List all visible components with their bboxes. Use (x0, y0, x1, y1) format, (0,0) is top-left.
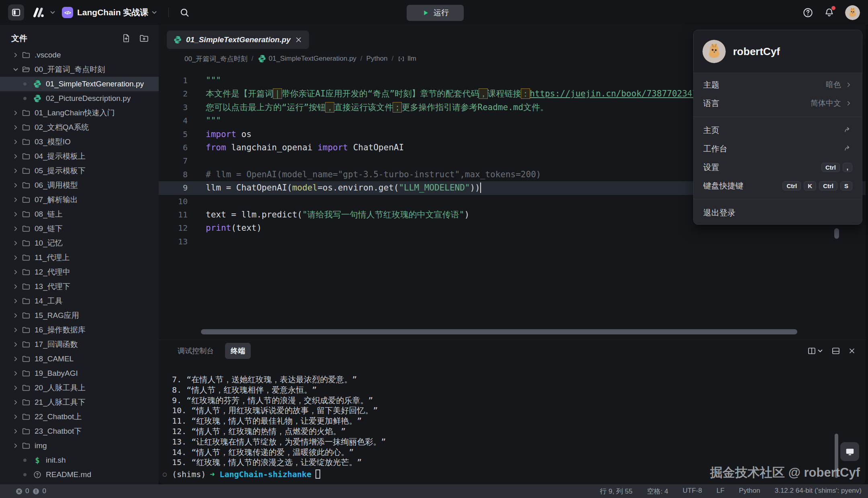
file-tree-item[interactable]: 05_提示模板下 (0, 164, 159, 178)
editor-horizontal-scrollbar[interactable] (201, 329, 797, 334)
close-panel-button[interactable] (848, 347, 856, 355)
terminal-output[interactable]: 7. “在情人节，送她红玫瑰，表达最浓烈的爱意。”8. “情人节，红玫瑰相伴，爱… (172, 375, 850, 480)
chevron-right-icon (12, 413, 19, 420)
terminal-line: 13. “让红玫瑰在情人节绽放，为爱情增添一抹绚丽色彩。” (172, 437, 850, 447)
file-tree-item[interactable]: 22_Chatbot上 (0, 410, 159, 424)
file-tree-item[interactable]: 04_提示模板上 (0, 149, 159, 164)
file-tree-item[interactable]: 23_Chatbot下 (0, 424, 159, 439)
folder-icon (22, 210, 31, 219)
file-tree-item[interactable]: 00_开篇词_奇点时刻 (0, 62, 159, 77)
file-tree-item[interactable]: 08_链上 (0, 207, 159, 221)
file-tree-item[interactable]: $init.sh (0, 453, 159, 467)
tab-debug-console[interactable]: 调试控制台 (172, 343, 219, 359)
status-cursor-position[interactable]: 行 9, 列 55 (600, 487, 633, 496)
file-tree-item[interactable]: 20_人脉工具上 (0, 381, 159, 395)
help-icon[interactable] (802, 7, 813, 18)
file-tree-item[interactable]: 13_代理下 (0, 279, 159, 294)
chevron-right-icon (12, 355, 19, 363)
file-tree-item[interactable]: 16_操作数据库 (0, 323, 159, 337)
folder-icon (22, 441, 31, 450)
marscode-logo-icon (30, 6, 47, 18)
file-tree-item[interactable]: 07_解析输出 (0, 193, 159, 207)
toggle-sidebar-button[interactable] (8, 4, 24, 20)
menu-item-label: 退出登录 (703, 207, 735, 218)
user-menu-username: robertCyf (733, 45, 780, 58)
file-tree-item[interactable]: 02_PictureDescription.py (0, 91, 159, 106)
menu-item-label: 设置 (703, 162, 719, 173)
breadcrumb-item[interactable]: Python (366, 55, 388, 63)
notifications-button[interactable] (824, 7, 835, 18)
file-tree-item[interactable]: 15_RAG应用 (0, 308, 159, 323)
split-terminal-button[interactable] (807, 346, 824, 356)
file-tree-item[interactable]: 12_代理中 (0, 265, 159, 279)
status-python-interpreter[interactable]: 3.12.2 64-bit ('shims': pyenv) (775, 487, 862, 496)
breadcrumb-item[interactable]: 01_SimpleTextGeneration.py (258, 54, 356, 63)
search-icon[interactable] (179, 7, 190, 18)
menu-item-label: 主题 (703, 80, 719, 90)
menu-item-language[interactable]: 语言简体中文 (694, 94, 862, 113)
project-switcher[interactable]: </> LangChain 实战课 (62, 7, 158, 18)
menu-item-label: 工作台 (703, 143, 727, 154)
problems-warnings[interactable]: 0 (32, 487, 46, 495)
file-tree-item[interactable]: 06_调用模型 (0, 178, 159, 193)
menu-item-label: 主页 (703, 125, 719, 136)
file-tree-label: 10_记忆 (35, 238, 63, 248)
breadcrumb-item[interactable]: 00_开篇词_奇点时刻 (184, 54, 248, 64)
status-indentation[interactable]: 空格: 4 (647, 487, 668, 496)
chevron-right-icon (12, 153, 19, 160)
menu-item-keyboard-shortcuts[interactable]: 键盘快捷键CtrlKCtrlS (694, 176, 862, 195)
app-logo[interactable] (30, 6, 56, 18)
breadcrumb-item[interactable]: llm (397, 55, 416, 63)
menu-item-workbench[interactable]: 工作台 (694, 139, 862, 158)
file-tree-item[interactable]: 19_BabyAGI (0, 366, 159, 381)
sidebar-panel-icon (11, 8, 21, 17)
split-terminal-icon (807, 346, 817, 356)
file-tree-item[interactable]: 01_SimpleTextGeneration.py (0, 77, 159, 91)
file-tree-item[interactable]: 21_人脉工具下 (0, 395, 159, 410)
menu-item-theme[interactable]: 主题暗色 (694, 76, 862, 94)
split-chevron-icon (817, 347, 824, 355)
file-tree-item[interactable]: 02_文档QA系统 (0, 120, 159, 135)
menu-item-logout[interactable]: 退出登录 (694, 203, 862, 222)
tab-terminal[interactable]: 终端 (225, 343, 251, 359)
editor-vertical-scrollbar[interactable] (834, 228, 839, 239)
file-tree-item[interactable]: 03_模型IO (0, 135, 159, 149)
python-file-icon (173, 35, 182, 44)
status-encoding[interactable]: UTF-8 (683, 487, 702, 496)
file-tree-item[interactable]: .vscode (0, 48, 159, 62)
menu-item-home[interactable]: 主页 (694, 121, 862, 139)
error-icon (15, 488, 23, 495)
menu-item-settings[interactable]: 设置Ctrl, (694, 158, 862, 176)
file-tree-item[interactable]: 18_CAMEL (0, 352, 159, 366)
file-tree-item[interactable]: 10_记忆 (0, 236, 159, 250)
file-tree-label: 01_SimpleTextGeneration.py (46, 80, 144, 88)
file-tree-item[interactable]: 11_代理上 (0, 250, 159, 265)
file-tree-item[interactable]: 14_工具 (0, 294, 159, 308)
close-tab-icon[interactable] (295, 36, 303, 44)
new-folder-icon[interactable] (139, 33, 149, 43)
file-tree-item[interactable]: 09_链下 (0, 221, 159, 236)
folder-icon (22, 224, 31, 233)
status-language-mode[interactable]: Python (739, 487, 760, 496)
user-avatar[interactable] (845, 5, 860, 20)
preview-window-button[interactable] (840, 442, 859, 461)
menu-item-label: 键盘快捷键 (703, 180, 743, 191)
breadcrumb-separator: / (392, 55, 394, 63)
close-panel-icon (848, 347, 856, 355)
file-tree-item[interactable]: README.md (0, 467, 159, 482)
panel-header: 调试控制台 终端 (159, 340, 866, 362)
file-tree-label: 11_代理上 (35, 252, 70, 263)
editor-tab[interactable]: 01_SimpleTextGeneration.py (167, 31, 309, 49)
file-tree-item[interactable]: img (0, 439, 159, 453)
file-tree-label: 01_LangChain快速入门 (35, 108, 115, 118)
maximize-panel-button[interactable] (831, 346, 841, 356)
new-file-icon[interactable] (121, 33, 131, 43)
run-button[interactable]: 运行 (407, 5, 464, 21)
folder-icon (22, 166, 31, 175)
status-eol[interactable]: LF (717, 487, 725, 496)
folder-icon (22, 427, 31, 436)
folder-icon (22, 412, 31, 421)
file-tree-item[interactable]: 17_回调函数 (0, 337, 159, 352)
problems-errors[interactable]: 0 (15, 487, 29, 495)
file-tree-item[interactable]: 01_LangChain快速入门 (0, 106, 159, 120)
